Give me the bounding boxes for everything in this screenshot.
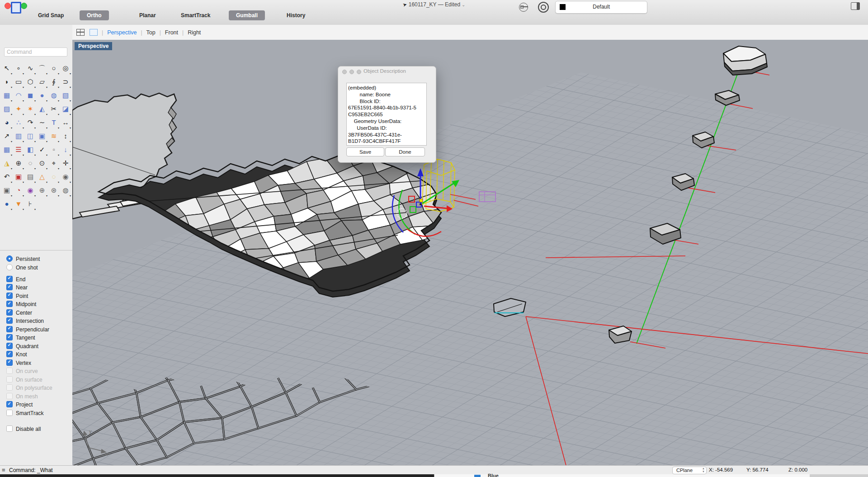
tab-front[interactable]: Front bbox=[165, 29, 178, 36]
surface-grid-tool-icon[interactable]: ▦ bbox=[1, 89, 13, 103]
toolbar-button-ortho[interactable]: Ortho bbox=[80, 10, 109, 20]
title-chevron-icon[interactable]: ⌄ bbox=[462, 2, 465, 7]
toolbar-button-gumball[interactable]: Gumball bbox=[229, 10, 265, 20]
toolbar-button-smarttrack[interactable]: SmartTrack bbox=[181, 10, 210, 20]
layout-tool-icon[interactable]: △ bbox=[36, 170, 48, 184]
flow-tool-icon[interactable]: ≋ bbox=[48, 130, 60, 143]
dialog-minimize-icon[interactable] bbox=[349, 70, 354, 74]
array-tool-icon[interactable]: ▦ bbox=[1, 143, 13, 157]
lock-tool-icon[interactable]: ▣ bbox=[1, 184, 13, 198]
cone-marker-tool-icon[interactable]: ▼ bbox=[13, 198, 24, 211]
boolean-tool-icon[interactable]: ◕ bbox=[1, 116, 13, 130]
swap-tool-icon[interactable]: ◧ bbox=[24, 143, 36, 157]
ellipse-tool-icon[interactable]: ◎ bbox=[60, 62, 71, 76]
osnap-check-tangent[interactable]: Tangent bbox=[6, 333, 72, 341]
record-history-icon[interactable] bbox=[519, 3, 528, 12]
orient-tool-icon[interactable]: ▣ bbox=[36, 130, 48, 143]
osnap-check-on-polysurface[interactable]: On polysurface bbox=[6, 383, 72, 392]
surface-curve-tool-icon[interactable]: ◠ bbox=[13, 89, 24, 103]
dialog-close-icon[interactable] bbox=[342, 70, 347, 74]
point-cloud-tool-icon[interactable]: ∴ bbox=[13, 116, 24, 130]
box-tool-icon[interactable]: ◼ bbox=[24, 89, 36, 103]
bullseye-icon[interactable] bbox=[538, 2, 549, 13]
select-tool-icon[interactable]: ↖ bbox=[1, 62, 13, 76]
pull-tool-icon[interactable]: ↓ bbox=[60, 143, 71, 157]
environment-tool-icon[interactable]: ◍ bbox=[60, 184, 71, 198]
osnap-check-on-mesh[interactable]: On mesh bbox=[6, 392, 72, 400]
point-tool-icon[interactable]: ∘ bbox=[13, 62, 24, 76]
blend-tool-icon[interactable]: ∼ bbox=[36, 116, 48, 130]
dimension-tool-icon[interactable]: ↔ bbox=[60, 116, 71, 130]
cplane-dropdown[interactable]: CPlane▲▼ bbox=[672, 467, 707, 474]
earth-tool-icon[interactable]: ● bbox=[1, 198, 13, 211]
camera-tool-icon[interactable]: ◉ bbox=[60, 170, 71, 184]
viewport-label[interactable]: Perspective bbox=[75, 42, 112, 50]
osnap-radio-one-shot[interactable]: One shot bbox=[6, 263, 72, 271]
helix-tool-icon[interactable]: ∮ bbox=[48, 76, 60, 89]
rectangle-tool-icon[interactable]: ▭ bbox=[13, 76, 24, 89]
osnap-radio-persistent[interactable]: Persistent bbox=[6, 255, 72, 263]
hierarchy-tool-icon[interactable]: ⊦ bbox=[24, 198, 36, 211]
toolbar-button-history[interactable]: History bbox=[287, 10, 305, 20]
osnap-check-midpoint[interactable]: Midpoint bbox=[6, 300, 72, 308]
named-view-tool-icon[interactable]: ▣ bbox=[13, 170, 24, 184]
check-tool-icon[interactable]: ✓ bbox=[36, 143, 48, 157]
pan-tool-icon[interactable]: ✛ bbox=[60, 157, 71, 170]
text-tool-icon[interactable]: T bbox=[48, 116, 60, 130]
extrude-tool-icon[interactable]: ▧ bbox=[60, 89, 71, 103]
tab-right[interactable]: Right bbox=[188, 29, 201, 36]
done-button[interactable]: Done bbox=[385, 147, 425, 156]
tab-perspective[interactable]: Perspective bbox=[107, 29, 137, 36]
active-layer-dropdown[interactable]: Default bbox=[555, 1, 647, 14]
single-viewport-icon[interactable] bbox=[90, 29, 98, 36]
polygon-tool-icon[interactable]: ⬡ bbox=[24, 76, 36, 89]
mirror-tool-icon[interactable]: ◫ bbox=[24, 130, 36, 143]
circle-tool-icon[interactable]: ○ bbox=[48, 62, 60, 76]
deform-tool-icon[interactable]: ◮ bbox=[1, 157, 13, 170]
explode-tool-icon[interactable]: ✶ bbox=[24, 103, 36, 116]
plane-tool-icon[interactable]: ▱ bbox=[36, 76, 48, 89]
copy-tool-icon[interactable]: ▥ bbox=[13, 130, 24, 143]
osnap-check-on-curve[interactable]: On curve bbox=[6, 367, 72, 375]
trim-tool-icon[interactable]: ✂ bbox=[48, 103, 60, 116]
curve-tool-icon[interactable]: ∿ bbox=[24, 62, 36, 76]
color-wheel-tool-icon[interactable]: ◉ bbox=[24, 184, 36, 198]
four-viewport-icon[interactable] bbox=[76, 29, 85, 36]
save-button[interactable]: Save bbox=[346, 147, 384, 156]
zoom-extents-tool-icon[interactable]: ⊙ bbox=[36, 157, 48, 170]
dialog-text[interactable]: (embedded) name: Boone Block ID:67E51591… bbox=[346, 83, 427, 146]
split-tool-icon[interactable]: ◭ bbox=[36, 103, 48, 116]
osnap-check-vertex[interactable]: Vertex bbox=[6, 359, 72, 367]
osnap-check-end[interactable]: End bbox=[6, 275, 72, 283]
material-tool-icon[interactable]: ⊕ bbox=[36, 184, 48, 198]
sidebar-toggle-icon[interactable] bbox=[851, 2, 860, 10]
osnap-check-knot[interactable]: Knot bbox=[6, 350, 72, 358]
osnap-check-quadrant[interactable]: Quadrant bbox=[6, 342, 72, 350]
mesh-tool-icon[interactable]: ▨ bbox=[1, 103, 13, 116]
osnap-check-center[interactable]: Center bbox=[6, 308, 72, 316]
command-input[interactable] bbox=[4, 47, 67, 57]
cage-tool-icon[interactable]: ▫ bbox=[48, 143, 60, 157]
osnap-check-perpendicular[interactable]: Perpendicular bbox=[6, 325, 72, 333]
arc-diameter-tool-icon[interactable]: ◗ bbox=[1, 76, 13, 89]
join-tool-icon[interactable]: ✦ bbox=[13, 103, 24, 116]
osnap-check-on-surface[interactable]: On surface bbox=[6, 375, 72, 383]
dialog-zoom-icon[interactable] bbox=[357, 70, 361, 74]
array-linear-tool-icon[interactable]: ☰ bbox=[13, 143, 24, 157]
untrim-tool-icon[interactable]: ◪ bbox=[60, 103, 71, 116]
tab-top[interactable]: Top bbox=[146, 29, 156, 36]
undo-view-tool-icon[interactable]: ↶ bbox=[1, 170, 13, 184]
cylinder-tool-icon[interactable]: ◍ bbox=[48, 89, 60, 103]
viewport-canvas[interactable]: Perspective bbox=[72, 40, 868, 465]
scale-tool-icon[interactable]: ↕ bbox=[60, 130, 71, 143]
zoom-tool-icon[interactable]: ⊕ bbox=[13, 157, 24, 170]
toolbar-button-grid-snap[interactable]: Grid Snap bbox=[38, 10, 64, 20]
osnap-check-disable-all[interactable]: Disable all bbox=[6, 425, 72, 433]
zoom-target-tool-icon[interactable]: ⌖ bbox=[48, 157, 60, 170]
zoom-window-tool-icon[interactable]: ◌ bbox=[24, 157, 36, 170]
osnap-check-smarttrack[interactable]: SmartTrack bbox=[6, 409, 72, 417]
osnap-check-near[interactable]: Near bbox=[6, 283, 72, 291]
arc-tool-icon[interactable]: ⌒ bbox=[36, 62, 48, 76]
move-tool-icon[interactable]: ↗ bbox=[1, 130, 13, 143]
osnap-check-point[interactable]: Point bbox=[6, 292, 72, 300]
